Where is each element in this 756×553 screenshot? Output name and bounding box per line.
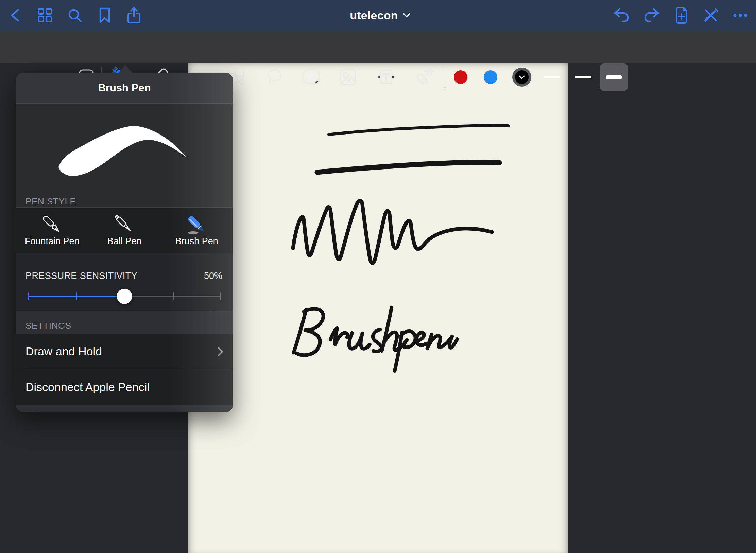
ink-line-thin — [329, 125, 509, 135]
document-title-label: utelecon — [350, 9, 398, 22]
color-swatch-black-selected[interactable] — [512, 68, 531, 87]
note-page-canvas[interactable]: Brush pen — [188, 63, 568, 553]
ink-line-thick — [317, 162, 499, 172]
pen-style-selector: Fountain Pen Ball Pen Brush Pen — [16, 207, 233, 253]
search-icon — [67, 7, 83, 23]
ink-word-brush — [294, 307, 407, 355]
search-button[interactable] — [65, 6, 84, 25]
stroke-width-thin[interactable] — [539, 64, 565, 90]
disconnect-apple-pencil-row[interactable]: Disconnect Apple Pencil — [16, 369, 233, 405]
disconnect-apple-pencil-label: Disconnect Apple Pencil — [25, 380, 150, 394]
ink-word-pen — [395, 331, 457, 371]
stroke-preview: PEN STYLE — [16, 104, 233, 207]
add-page-button[interactable] — [672, 6, 691, 25]
share-button[interactable] — [124, 6, 143, 25]
color-swatch-blue[interactable] — [484, 70, 497, 84]
slider-tick-75 — [173, 292, 174, 300]
popover-caret — [118, 65, 133, 73]
top-navigation-bar: utelecon — [0, 0, 756, 31]
pen-style-label: Brush Pen — [175, 236, 218, 247]
chevron-down-icon — [403, 13, 410, 18]
back-icon — [9, 8, 21, 23]
slider-tick-25 — [76, 292, 77, 300]
share-icon — [126, 6, 141, 24]
more-options-button[interactable] — [731, 6, 750, 25]
popover-header: Brush Pen — [16, 73, 233, 104]
pen-style-section-label: PEN STYLE — [25, 196, 76, 207]
pen-slash-icon — [703, 7, 719, 23]
medium-line-icon — [575, 76, 591, 78]
stroke-width-medium[interactable] — [570, 64, 596, 90]
ball-pen-icon — [112, 211, 137, 235]
pressure-slider-thumb[interactable] — [117, 289, 132, 304]
sticker-star-icon — [300, 66, 322, 88]
brush-pen-icon — [185, 211, 209, 235]
pressure-sensitivity-section: PRESSURE SENSITIVITY 50% — [16, 253, 233, 311]
text-box-icon — [375, 66, 397, 88]
settings-section-label: SETTINGS — [25, 321, 71, 331]
pen-style-brush-selected[interactable]: Brush Pen — [160, 208, 233, 253]
pressure-sensitivity-value: 50% — [204, 271, 222, 281]
stroke-preview-swoosh — [16, 104, 233, 207]
popover-title: Brush Pen — [98, 82, 151, 94]
fountain-pen-icon — [40, 211, 64, 235]
pen-style-ball[interactable]: Ball Pen — [88, 208, 161, 253]
thumbnails-button[interactable] — [35, 6, 54, 25]
slider-tick-100 — [220, 292, 221, 300]
draw-and-hold-row[interactable]: Draw and Hold — [16, 334, 233, 369]
thick-line-icon — [606, 75, 622, 79]
pressure-sensitivity-label: PRESSURE SENSITIVITY — [25, 271, 137, 281]
pressure-slider[interactable] — [28, 287, 221, 306]
slider-tick-0 — [28, 292, 29, 300]
pen-style-label: Fountain Pen — [25, 236, 80, 247]
redo-button[interactable] — [642, 6, 661, 25]
pen-style-label: Ball Pen — [107, 236, 142, 247]
color-swatch-red[interactable] — [454, 70, 467, 84]
image-tool[interactable] — [335, 64, 361, 90]
popover-footer — [16, 405, 233, 412]
back-button[interactable] — [5, 6, 24, 25]
ink-strokes — [188, 63, 568, 553]
bookmark-icon — [98, 7, 111, 23]
thin-line-icon — [544, 76, 560, 78]
text-tool[interactable] — [373, 64, 399, 90]
lasso-tool[interactable] — [261, 64, 287, 90]
grid-icon — [37, 7, 53, 23]
ink-zigzag — [293, 200, 492, 263]
undo-button[interactable] — [612, 6, 631, 25]
laser-pointer-tool[interactable] — [411, 64, 437, 90]
brush-pen-popover: Brush Pen PEN STYLE Fountain Pen Ball Pe… — [16, 73, 233, 412]
bookmark-button[interactable] — [95, 6, 114, 25]
lasso-icon — [263, 66, 285, 88]
undo-icon — [613, 8, 630, 23]
laser-pointer-icon — [413, 66, 435, 88]
toolbar-divider — [445, 67, 445, 88]
app-root: { "topbar": { "title": "utelecon", "left… — [0, 0, 756, 553]
read-only-toggle-button[interactable] — [701, 6, 720, 25]
stroke-width-thick-selected[interactable] — [600, 63, 628, 91]
draw-and-hold-label: Draw and Hold — [25, 345, 102, 358]
drawing-toolbar — [0, 31, 756, 63]
ellipsis-icon — [733, 13, 748, 17]
document-title[interactable]: utelecon — [339, 0, 421, 31]
image-icon — [337, 66, 359, 88]
elements-tool[interactable] — [298, 64, 324, 90]
settings-section-header: SETTINGS — [16, 311, 233, 335]
redo-icon — [643, 8, 660, 23]
add-page-icon — [674, 6, 689, 24]
pen-style-fountain[interactable]: Fountain Pen — [16, 208, 88, 253]
chevron-down-icon — [519, 75, 525, 79]
chevron-right-icon — [217, 346, 223, 357]
